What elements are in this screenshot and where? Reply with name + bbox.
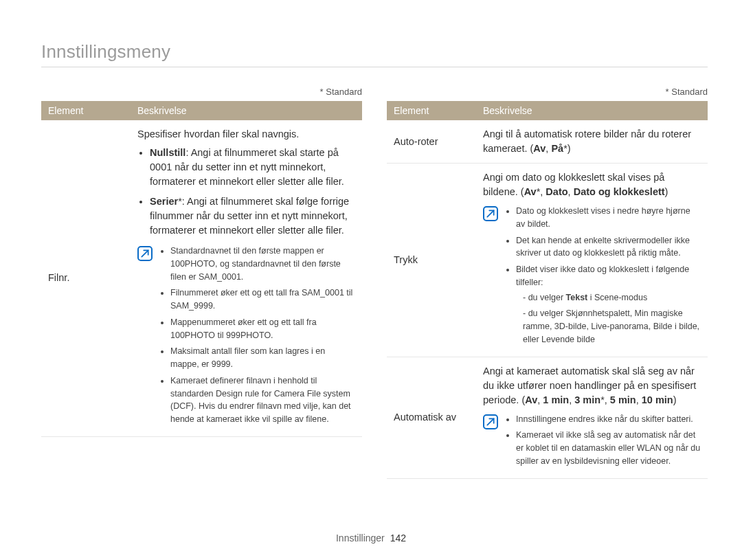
list-item: Innstillingene endres ikke når du skifte… — [516, 413, 701, 426]
text: i Scene-modus — [587, 293, 647, 302]
option-bold: 10 min — [642, 394, 673, 405]
element-cell-auto-roter: Auto-roter — [387, 120, 476, 164]
list-item: Nullstill: Angi at filnummeret skal star… — [150, 146, 355, 189]
sub-list: du velger Tekst i Scene-modus du velger … — [516, 291, 701, 346]
list-item: du velger Skjønnhetspalett, Min magiske … — [523, 307, 701, 346]
beskrivelse-cell-filnr: Spesifiser hvordan filer skal navngis. N… — [131, 120, 362, 436]
close: ) — [665, 186, 668, 197]
beskrivelse-cell-trykk: Angi om dato og klokkeslett skal vises p… — [476, 164, 708, 357]
option-bold: 3 min — [574, 394, 600, 405]
table-row: Filnr. Spesifiser hvordan filer skal nav… — [41, 120, 362, 436]
divider — [41, 67, 708, 67]
col-header-beskrivelse: Beskrivelse — [476, 101, 708, 120]
left-column: * Standard Element Beskrivelse Filnr. Sp… — [41, 87, 362, 479]
option-list: Nullstill: Angi at filnummeret skal star… — [137, 146, 355, 238]
table-row: Automatisk av Angi at kameraet automatis… — [387, 357, 708, 478]
list-item: du velger Tekst i Scene-modus — [523, 291, 701, 304]
page-title: Innstillingsmeny — [41, 41, 708, 63]
text: du velger — [528, 293, 566, 302]
close: ) — [673, 394, 677, 405]
note-list: Standardnavnet til den første mappen er … — [159, 245, 355, 429]
list-item: Kameraet definerer filnavn i henhold til… — [170, 374, 355, 426]
beskrivelse-cell-automatisk-av: Angi at kameraet automatisk skal slå seg… — [476, 357, 708, 478]
option-bold: På — [551, 143, 563, 154]
note-box: Standardnavnet til den første mappen er … — [137, 245, 355, 429]
desc-text: Angi om dato og klokkeslett skal vises p… — [483, 170, 701, 199]
footer-section: Innstillinger — [336, 533, 385, 544]
manual-page: Innstillingsmeny * Standard Element Besk… — [0, 0, 742, 560]
element-cell-automatisk-av: Automatisk av — [387, 357, 476, 478]
option-bold: Av — [524, 186, 537, 197]
table-row: Trykk Angi om dato og klokkeslett skal v… — [387, 164, 708, 357]
text: Bildet viser ikke dato og klokkeslett i … — [516, 265, 689, 287]
suffix: *, — [600, 394, 610, 405]
option-bold: 5 min — [610, 394, 636, 405]
list-item: Kameraet vil ikke slå seg av automatisk … — [516, 429, 701, 467]
page-footer: Innstillinger 142 — [0, 533, 742, 544]
option-bold: Dato — [546, 186, 567, 197]
content-columns: * Standard Element Beskrivelse Filnr. Sp… — [41, 87, 708, 479]
desc-text: Angi til å automatisk rotere bilder når … — [483, 128, 691, 154]
note-icon — [483, 206, 498, 221]
note-icon — [483, 414, 498, 429]
list-item: Mappenummeret øker ett og ett tall fra 1… — [170, 316, 355, 342]
sep: , — [568, 186, 574, 197]
table-row: Auto-roter Angi til å automatisk rotere … — [387, 120, 708, 164]
element-cell-filnr: Filnr. — [41, 120, 131, 436]
standard-note-right: * Standard — [387, 87, 708, 97]
right-column: * Standard Element Beskrivelse Auto-rote… — [387, 87, 708, 479]
element-cell-trykk: Trykk — [387, 164, 476, 357]
note-box: Dato og klokkeslett vises i nedre høyre … — [483, 205, 701, 350]
list-item: Det kan hende at enkelte skrivermodeller… — [516, 234, 701, 260]
option-bold: Av — [533, 143, 546, 154]
standard-note-left: * Standard — [41, 87, 362, 97]
suffix: *, — [537, 186, 546, 197]
option-label: Nullstill — [150, 147, 186, 158]
note-box: Innstillingene endres ikke når du skifte… — [483, 413, 701, 471]
col-header-element: Element — [41, 101, 131, 120]
desc-text: Angi at kameraet automatisk skal slå seg… — [483, 364, 701, 407]
settings-table-left: Element Beskrivelse Filnr. Spesifiser hv… — [41, 101, 362, 437]
sep: , — [636, 394, 642, 405]
list-item: Standardnavnet til den første mappen er … — [170, 245, 355, 283]
note-list: Dato og klokkeslett vises i nedre høyre … — [505, 205, 701, 350]
option-bold: Tekst — [566, 293, 588, 302]
list-item: Filnummeret øker ett og ett tall fra SAM… — [170, 287, 355, 313]
beskrivelse-cell-auto-roter: Angi til å automatisk rotere bilder når … — [476, 120, 708, 164]
list-item: Dato og klokkeslett vises i nedre høyre … — [516, 205, 701, 231]
option-bold: Dato og klokkeslett — [574, 186, 665, 197]
option-label: Serier — [150, 196, 178, 207]
col-header-beskrivelse: Beskrivelse — [131, 101, 362, 120]
note-list: Innstillingene endres ikke når du skifte… — [505, 413, 701, 471]
page-number: 142 — [390, 533, 406, 544]
suffix: *) — [563, 143, 570, 154]
list-item: Serier*: Angi at filnummeret skal følge … — [150, 194, 355, 238]
note-icon — [137, 246, 153, 261]
col-header-element: Element — [387, 101, 476, 120]
settings-table-right: Element Beskrivelse Auto-roter Angi til … — [387, 101, 708, 479]
list-item: Bildet viser ikke dato og klokkeslett i … — [516, 263, 701, 346]
option-bold: Av — [525, 394, 537, 405]
option-bold: 1 min — [543, 394, 569, 405]
option-text: *: Angi at filnummeret skal følge forrig… — [150, 196, 349, 236]
desc-intro: Spesifiser hvordan filer skal navngis. — [137, 127, 355, 142]
list-item: Maksimalt antall filer som kan lagres i … — [170, 345, 355, 371]
